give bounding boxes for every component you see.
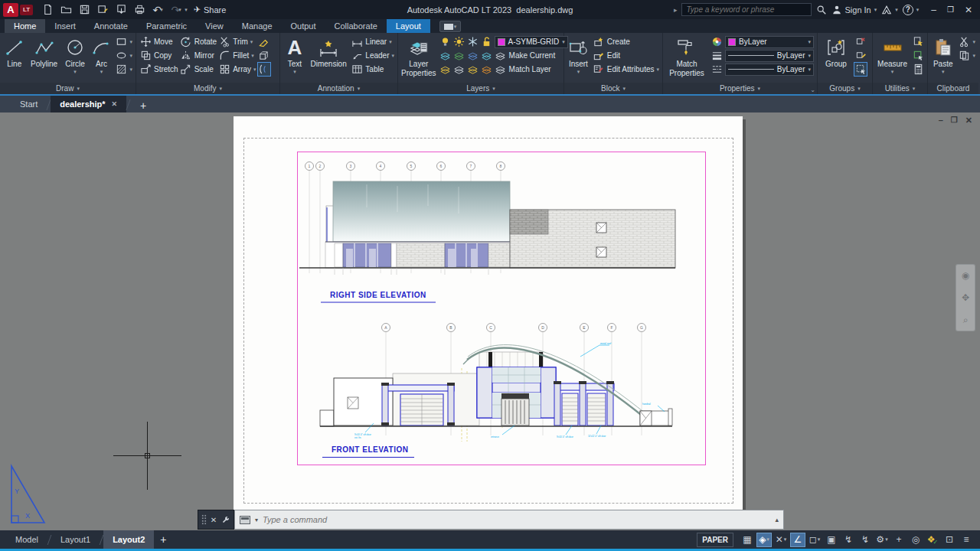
layout-viewport[interactable]: 1 2 3 4 5 6 7 8 [297,152,706,465]
fillet-button[interactable]: Fillet▾ [218,49,256,62]
isolate-objects-icon[interactable]: ◎ [908,533,923,547]
graphics-performance-icon[interactable]: ❖✓ [925,533,940,547]
annotation-scale-icon[interactable]: ⚙▾ [874,533,890,547]
array-button[interactable]: Array▾ [218,63,256,76]
dimension-button[interactable]: Dimension [309,35,348,69]
ribbon-display-toggle[interactable]: ▾ [439,21,462,32]
copy-clip-button[interactable]: ▾ [958,49,975,62]
cut-button[interactable]: ▾ [958,35,975,48]
drawing-area[interactable]: – ❐ ✕ [0,112,980,530]
tab-layout[interactable]: Layout [387,19,430,33]
help-caret-icon[interactable]: ▾ [916,7,920,13]
layer-freeze-icon[interactable] [467,50,479,62]
text-button[interactable]: AText▾ [283,35,306,75]
help-search-box[interactable] [681,3,812,16]
rotate-button[interactable]: Rotate [180,35,217,48]
layout1-tab[interactable]: Layout1 [51,530,100,549]
panel-label-draw[interactable]: Draw▾ [0,83,136,94]
layer-on-icon[interactable] [439,36,452,48]
snap-mode-icon[interactable]: ◈▾ [756,533,772,547]
drag-grip-icon[interactable] [201,514,207,525]
tab-collaborate[interactable]: Collaborate [325,19,387,33]
open-web-mobile-button[interactable] [113,2,129,18]
layer-freeze-vp-icon[interactable] [467,36,479,48]
file-tab-close-icon[interactable]: ✕ [112,100,118,108]
layer-dropdown[interactable]: A-SYMB-GRID ▾ [495,36,568,48]
line-button[interactable]: Line [3,35,26,69]
hatch-button[interactable]: ▾ [115,63,132,76]
tab-output[interactable]: Output [282,19,325,33]
panel-label-modify[interactable]: Modify▾ [136,83,279,94]
panel-label-properties[interactable]: Properties▾ [663,83,817,94]
layer-lock-icon[interactable] [481,50,493,62]
search-expand-icon[interactable]: ▸ [674,6,678,14]
command-input-field[interactable]: ▾ ▴ [234,510,784,530]
tab-parametric[interactable]: Parametric [137,19,196,33]
open-file-button[interactable] [57,2,74,18]
panel-launcher-icon[interactable]: ⌄ [810,86,815,93]
doc-restore-icon[interactable]: ❐ [951,116,958,126]
layer-merge-icon[interactable] [467,64,479,76]
annotation-visibility-icon[interactable]: ↯ [841,533,856,547]
block-create-button[interactable]: Create [593,35,659,48]
new-file-button[interactable] [39,2,56,18]
search-input[interactable] [686,5,807,14]
doc-minimize-icon[interactable]: – [939,116,943,126]
zoom-extents-icon[interactable]: ⌕ [963,315,969,325]
navigation-bar[interactable]: ◉ ✥ ⌕ [956,264,975,331]
isodraft-icon[interactable]: ✕▾ [773,533,789,547]
file-tab-dealership[interactable]: dealership*✕ [51,96,126,112]
make-current-button[interactable]: Make Current [495,49,556,62]
command-input[interactable] [263,515,770,524]
layout2-tab[interactable]: Layout2 [103,530,154,549]
tab-view[interactable]: View [196,19,233,33]
tab-manage[interactable]: Manage [233,19,282,33]
undo-button[interactable]: ↶▾ [149,2,166,18]
block-edit-button[interactable]: Edit [593,49,659,62]
arc-button[interactable]: Arc▾ [90,35,112,75]
leader-button[interactable]: Leader▾ [351,49,394,62]
nav-wheel-icon[interactable]: ◉ [962,270,969,281]
layer-unlock-icon[interactable] [481,36,493,48]
layer-isolate-icon[interactable] [453,50,466,62]
circle-button[interactable]: Circle▾ [62,35,87,75]
new-drawing-tab-button[interactable]: + [135,99,152,112]
app-logo[interactable]: A LT [3,3,33,17]
paste-button[interactable]: Paste▾ [931,35,955,75]
new-layout-button[interactable]: + [160,533,166,546]
tab-home[interactable]: Home [5,19,45,33]
layer-off-icon[interactable] [439,50,452,62]
share-button[interactable]: ✈Share [194,5,227,15]
table-button[interactable]: Table [351,63,394,76]
quick-calculator-button[interactable] [912,63,924,76]
explode-button[interactable] [258,49,270,62]
undo-caret-icon[interactable]: ▾ [160,7,163,13]
layer-unisolate-icon[interactable] [439,64,452,76]
object-snap-icon[interactable]: ◻▾ [807,533,822,547]
panel-label-annotation[interactable]: Annotation▾ [280,83,397,94]
lineweight-dropdown[interactable]: ByLayer▾ [725,50,814,62]
match-properties-button[interactable]: Match Properties [666,35,707,77]
move-button[interactable]: Move [139,35,178,48]
save-button[interactable] [76,2,93,18]
save-as-button[interactable] [94,2,111,18]
edit-attributes-button[interactable]: Edit Attributes▾ [593,63,659,76]
layer-thaw-icon[interactable] [453,36,466,48]
qat-menu-caret-icon[interactable]: ▾ [185,7,188,13]
layer-lock2-icon[interactable] [481,64,493,76]
offset-button[interactable] [258,63,270,76]
ungroup-button[interactable] [854,35,867,48]
polyline-button[interactable]: Polyline [29,35,60,69]
mirror-button[interactable]: Mirror [180,49,217,62]
ellipse-button[interactable]: ▾ [115,49,132,62]
panel-label-layers[interactable]: Layers▾ [398,83,564,94]
recent-commands-caret-icon[interactable]: ▾ [255,517,258,523]
minimize-button[interactable]: – [931,5,936,15]
autodesk-app-store-icon[interactable] [881,5,892,15]
panel-label-clipboard[interactable]: Clipboard [928,83,978,94]
id-point-button[interactable] [912,49,924,62]
panel-label-groups[interactable]: Groups▾ [818,83,872,94]
customize-wrench-icon[interactable] [220,515,230,525]
polar-tracking-icon[interactable]: ∠ [790,533,805,547]
group-selection-toggle[interactable] [854,63,867,76]
